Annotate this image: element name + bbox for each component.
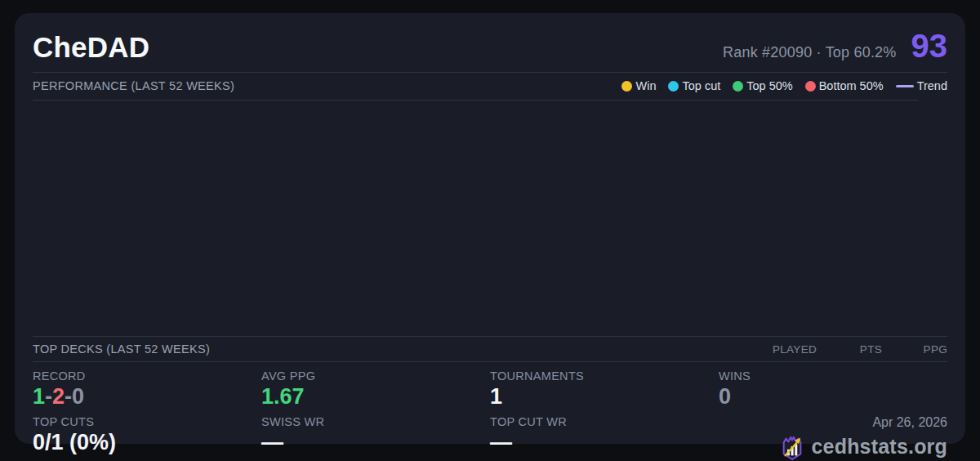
stat-wins: WINS 0 bbox=[719, 369, 947, 410]
stat-top-cut-wr: TOP CUT WR — bbox=[490, 415, 719, 461]
avg-ppg-value: 1.67 bbox=[261, 385, 490, 410]
wins-value: 0 bbox=[719, 385, 947, 410]
top-cut-dot-icon bbox=[668, 81, 679, 92]
record-draws: 0 bbox=[72, 384, 84, 409]
card-header: CheDAD Rank #20090 · Top 60.2% 93 bbox=[33, 26, 947, 64]
legend-label: Bottom 50% bbox=[819, 79, 884, 92]
record-sep: - bbox=[65, 384, 72, 409]
stat-avg-ppg: AVG PPG 1.67 bbox=[261, 369, 490, 410]
stat-label: TOURNAMENTS bbox=[490, 369, 719, 383]
stat-label: RECORD bbox=[33, 369, 261, 383]
record-sep: - bbox=[45, 384, 52, 409]
stat-top-cuts: TOP CUTS 0/1 (0%) bbox=[33, 415, 261, 461]
stats-grid: RECORD 1-2-0 AVG PPG 1.67 TOURNAMENTS 1 … bbox=[33, 369, 947, 461]
legend-item-top-50: Top 50% bbox=[733, 79, 792, 92]
performance-title: PERFORMANCE (LAST 52 WEEKS) bbox=[33, 79, 234, 92]
legend-item-win: Win bbox=[621, 79, 656, 92]
trend-line-icon bbox=[896, 85, 914, 87]
performance-chart bbox=[33, 101, 947, 336]
top-decks-bottom-divider bbox=[33, 361, 947, 362]
record-value: 1-2-0 bbox=[33, 385, 261, 410]
win-dot-icon bbox=[621, 81, 632, 92]
date-label: Apr 26, 2026 bbox=[872, 415, 947, 430]
header-rank-group: Rank #20090 · Top 60.2% 93 bbox=[723, 29, 947, 62]
record-losses: 2 bbox=[52, 384, 65, 409]
legend-item-trend: Trend bbox=[896, 79, 947, 92]
performance-header: PERFORMANCE (LAST 52 WEEKS) Win Top cut … bbox=[33, 73, 947, 100]
score-value: 93 bbox=[911, 29, 948, 62]
top-decks-header: TOP DECKS (LAST 52 WEEKS) PLAYED PTS PPG bbox=[33, 337, 947, 361]
top-cuts-value: 0/1 (0%) bbox=[33, 431, 261, 455]
legend-label: Win bbox=[635, 79, 656, 92]
tournaments-value: 1 bbox=[490, 385, 719, 410]
top-50-dot-icon bbox=[733, 81, 743, 92]
column-header-ppg: PPG bbox=[890, 343, 947, 356]
cedhstats-logo-icon bbox=[780, 433, 804, 461]
legend-item-bottom-50: Bottom 50% bbox=[805, 79, 884, 92]
rank-text: Rank #20090 · Top 60.2% bbox=[723, 44, 896, 61]
stat-label: SWISS WR bbox=[261, 415, 490, 428]
brand-row: cedhstats.org bbox=[780, 433, 947, 461]
stat-label: TOP CUT WR bbox=[490, 415, 719, 428]
stat-record: RECORD 1-2-0 bbox=[33, 369, 261, 410]
record-wins: 1 bbox=[33, 384, 45, 409]
stat-label: WINS bbox=[719, 369, 947, 383]
legend-item-top-cut: Top cut bbox=[668, 79, 720, 92]
stat-label: TOP CUTS bbox=[33, 415, 261, 428]
top-decks-title: TOP DECKS (LAST 52 WEEKS) bbox=[33, 342, 210, 356]
column-header-played: PLAYED bbox=[751, 343, 817, 356]
legend-label: Trend bbox=[917, 79, 947, 92]
bottom-50-dot-icon bbox=[805, 81, 816, 92]
stat-swiss-wr: SWISS WR — bbox=[261, 415, 490, 461]
player-stats-card: CheDAD Rank #20090 · Top 60.2% 93 PERFOR… bbox=[15, 13, 965, 444]
stat-label: AVG PPG bbox=[261, 369, 490, 383]
brand-name: cedhstats.org bbox=[811, 435, 947, 459]
chart-legend: Win Top cut Top 50% Bottom 50% Trend bbox=[621, 79, 947, 92]
legend-label: Top cut bbox=[682, 79, 720, 92]
swiss-wr-value: — bbox=[261, 431, 490, 455]
stat-tournaments: TOURNAMENTS 1 bbox=[490, 369, 719, 410]
card-footer: Apr 26, 2026 cedhstats.org bbox=[719, 415, 947, 461]
top-decks-columns: PLAYED PTS PPG bbox=[751, 343, 947, 356]
legend-label: Top 50% bbox=[746, 79, 792, 92]
top-cut-wr-value: — bbox=[490, 431, 719, 455]
column-header-pts: PTS bbox=[825, 343, 882, 356]
page-title: CheDAD bbox=[33, 31, 149, 64]
